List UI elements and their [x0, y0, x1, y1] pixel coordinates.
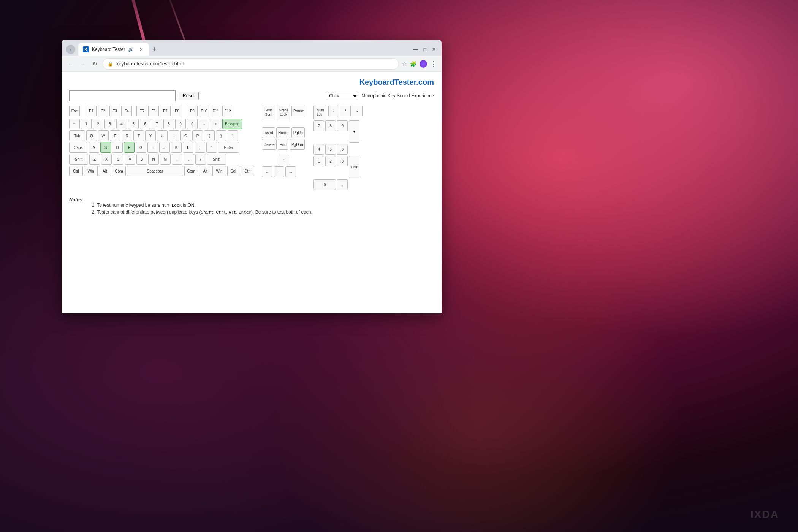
key-end[interactable]: End [278, 139, 288, 150]
profile-avatar[interactable] [420, 60, 427, 68]
key-num-dot[interactable]: . [337, 179, 348, 190]
key-spacebar[interactable]: Spacebar [127, 166, 183, 176]
key-v[interactable]: V [125, 154, 135, 165]
key-num2[interactable]: 2 [325, 156, 336, 166]
back-button[interactable]: ← [66, 59, 75, 68]
key-0[interactable]: 0 [187, 119, 198, 129]
key-win-left[interactable]: Win [84, 166, 98, 176]
key-i[interactable]: I [169, 130, 179, 141]
key-lbrace[interactable]: { [204, 130, 215, 141]
key-tab[interactable]: Tab [69, 130, 85, 141]
bookmark-icon[interactable]: ☆ [402, 61, 407, 67]
key-f9[interactable]: F9 [187, 106, 198, 116]
key-t[interactable]: T [133, 130, 144, 141]
key-b[interactable]: B [136, 154, 147, 165]
key-minus[interactable]: - [199, 119, 209, 129]
key-r[interactable]: R [122, 130, 132, 141]
key-prtsc[interactable]: PrntScrn [262, 106, 276, 119]
key-delete[interactable]: Delete [262, 139, 277, 150]
new-tab-button[interactable]: + [149, 44, 160, 55]
key-6[interactable]: 6 [140, 119, 150, 129]
key-sel[interactable]: Sel [227, 166, 239, 176]
key-num4[interactable]: 4 [314, 144, 324, 155]
key-rbrace[interactable]: } [216, 130, 226, 141]
key-f4[interactable]: F4 [121, 106, 132, 116]
key-ctrl-right[interactable]: Ctrl [241, 166, 254, 176]
key-num-div[interactable]: / [328, 106, 339, 116]
refresh-button[interactable]: ↻ [90, 59, 100, 68]
tab-sound-icon[interactable]: 🔊 [128, 47, 134, 52]
key-num-mul[interactable]: * [340, 106, 351, 116]
key-pause[interactable]: Pause [291, 106, 306, 116]
key-enter[interactable]: Enter [218, 142, 239, 153]
key-num8[interactable]: 8 [325, 120, 336, 131]
key-win-right[interactable]: Win [212, 166, 226, 176]
key-num1[interactable]: 1 [314, 156, 324, 166]
key-n[interactable]: N [148, 154, 159, 165]
key-num0[interactable]: 0 [314, 179, 336, 190]
reset-button[interactable]: Reset [179, 92, 199, 100]
key-backspace[interactable]: Bckspce [222, 119, 242, 129]
key-esc[interactable]: Esc [69, 106, 80, 116]
key-pgdn[interactable]: PgDun [290, 139, 305, 150]
key-h[interactable]: H [147, 142, 158, 153]
key-left[interactable]: ← [262, 166, 272, 177]
key-num-minus[interactable]: - [352, 106, 363, 116]
key-slash[interactable]: / [195, 154, 206, 165]
forward-button[interactable]: → [78, 59, 87, 68]
key-2[interactable]: 2 [93, 119, 103, 129]
maximize-button[interactable]: □ [422, 46, 428, 52]
browser-tab[interactable]: K Keyboard Tester 🔊 ✕ [78, 43, 149, 56]
key-display-input[interactable] [69, 90, 176, 101]
key-f12[interactable]: F12 [222, 106, 233, 116]
tab-close-button[interactable]: ✕ [138, 46, 144, 52]
key-f10[interactable]: F10 [199, 106, 209, 116]
key-scrolllock[interactable]: ScrollLock [277, 106, 290, 119]
key-home[interactable]: Home [276, 127, 290, 138]
key-pgup[interactable]: PgUp [291, 127, 305, 138]
close-button[interactable]: ✕ [431, 46, 437, 52]
key-3[interactable]: 3 [104, 119, 115, 129]
key-com-right[interactable]: Com [184, 166, 198, 176]
key-f8[interactable]: F8 [172, 106, 182, 116]
key-f[interactable]: F [124, 142, 135, 153]
key-p[interactable]: P [192, 130, 203, 141]
key-num6[interactable]: 6 [337, 144, 348, 155]
key-alt-right[interactable]: Alt [199, 166, 211, 176]
key-caps[interactable]: Caps [69, 142, 87, 153]
key-1[interactable]: 1 [81, 119, 92, 129]
key-shift-right[interactable]: Shift [207, 154, 226, 165]
key-semicolon[interactable]: ; [195, 142, 205, 153]
tab-back-button[interactable]: ‹ [66, 45, 75, 54]
key-o[interactable]: O [180, 130, 191, 141]
key-f6[interactable]: F6 [148, 106, 159, 116]
key-j[interactable]: J [159, 142, 170, 153]
key-d[interactable]: D [112, 142, 123, 153]
key-a[interactable]: A [89, 142, 99, 153]
key-f2[interactable]: F2 [98, 106, 108, 116]
key-numlock[interactable]: NumLck [314, 106, 327, 119]
key-num-enter[interactable]: Entr [349, 156, 359, 178]
key-u[interactable]: U [157, 130, 168, 141]
key-8[interactable]: 8 [163, 119, 174, 129]
key-f1[interactable]: F1 [86, 106, 97, 116]
key-plus[interactable]: + [211, 119, 221, 129]
key-f11[interactable]: F11 [211, 106, 221, 116]
key-5[interactable]: 5 [128, 119, 139, 129]
key-f3[interactable]: F3 [109, 106, 120, 116]
key-z[interactable]: Z [89, 154, 100, 165]
key-com-left[interactable]: Com [112, 166, 126, 176]
key-l[interactable]: L [183, 142, 193, 153]
extension-icon[interactable]: 🧩 [410, 61, 416, 67]
key-num-plus[interactable]: + [349, 120, 359, 143]
key-y[interactable]: Y [145, 130, 156, 141]
key-f7[interactable]: F7 [160, 106, 171, 116]
key-c[interactable]: C [113, 154, 124, 165]
key-g[interactable]: G [136, 142, 146, 153]
key-f5[interactable]: F5 [136, 106, 147, 116]
key-7[interactable]: 7 [152, 119, 162, 129]
sound-select[interactable]: Click Typewriter None [326, 92, 358, 100]
key-insert[interactable]: Insert [262, 127, 275, 138]
key-num3[interactable]: 3 [337, 156, 348, 166]
key-q[interactable]: Q [86, 130, 97, 141]
